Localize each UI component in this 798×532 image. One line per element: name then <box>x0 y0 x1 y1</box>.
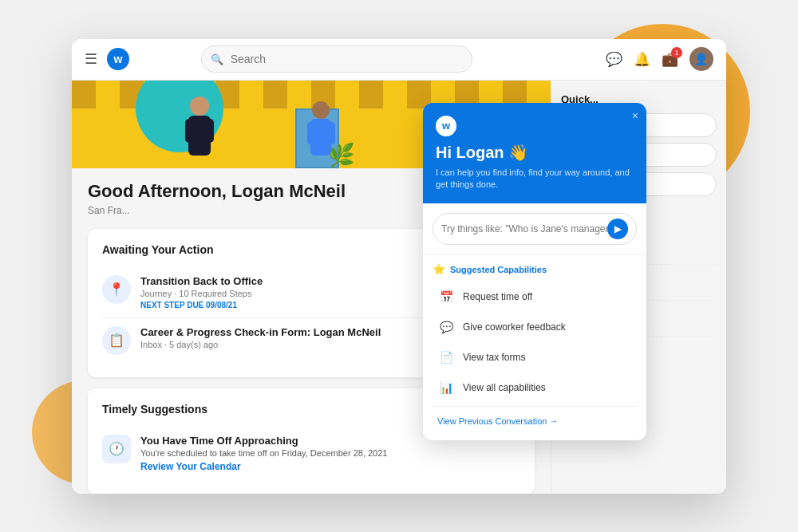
search-icon: 🔍 <box>211 53 223 65</box>
action-item-1-content: Transition Back to Office Journey · 10 R… <box>140 275 263 309</box>
chat-header: × w Hi Logan 👋 I can help you find info,… <box>423 103 646 204</box>
search-bar: 🔍 <box>201 45 472 73</box>
chat-option-request-time-off[interactable]: 📅 Request time off <box>433 282 637 312</box>
suggested-caps-text: Suggested Capabilities <box>450 265 547 274</box>
chat-widget: × w Hi Logan 👋 I can help you find info,… <box>423 103 646 441</box>
svg-rect-2 <box>185 119 193 143</box>
logo-circle: w <box>107 48 129 70</box>
chat-input-wrap: ▶ <box>433 213 637 245</box>
chat-send-button[interactable]: ▶ <box>607 219 628 239</box>
briefcase-icon[interactable]: 💼 1 <box>662 51 678 68</box>
logo-letter: w <box>114 53 123 65</box>
chat-option-label-2: View tax forms <box>463 352 525 363</box>
chat-body: ⭐ Suggested Capabilities 📅 Request time … <box>423 255 646 440</box>
search-input[interactable] <box>201 45 472 73</box>
chat-greeting: Hi Logan 👋 <box>436 143 634 162</box>
message-icon[interactable]: 💬 <box>606 51 622 68</box>
suggestion-sub-1: You're scheduled to take time off on Fri… <box>140 448 387 458</box>
chat-close-button[interactable]: × <box>632 109 638 122</box>
svg-point-4 <box>312 101 330 119</box>
action-sub-1: Journey · 10 Required Steps <box>140 289 263 298</box>
suggestion-item-1-content: You Have Time Off Approaching You're sch… <box>140 435 387 472</box>
suggestion-link-1[interactable]: Review Your Calendar <box>140 461 387 472</box>
workday-logo[interactable]: w <box>107 48 129 70</box>
nav-icons: 💬 🔔 💼 1 👤 <box>606 47 713 71</box>
chat-input[interactable] <box>441 223 607 234</box>
briefcase-badge: 1 <box>671 47 682 58</box>
chat-option-give-feedback[interactable]: 💬 Give coworker feedback <box>433 312 637 342</box>
view-prev-conversation-link[interactable]: View Previous Conversation → <box>433 410 637 432</box>
figure-left <box>176 97 223 168</box>
svg-point-0 <box>190 97 209 116</box>
svg-rect-3 <box>206 119 214 143</box>
action-icon-location: 📍 <box>102 275 131 304</box>
chat-option-all-capabilities[interactable]: 📊 View all capabilities <box>433 372 637 403</box>
chat-option-label-3: View all capabilities <box>463 382 546 393</box>
chat-option-icon-grid: 📊 <box>437 379 455 396</box>
chat-option-icon-feedback: 💬 <box>437 318 455 336</box>
chat-subtitle: I can help you find info, find your way … <box>436 167 634 191</box>
svg-rect-6 <box>307 122 314 144</box>
avatar[interactable]: 👤 <box>689 47 713 71</box>
chat-option-icon-calendar: 📅 <box>437 288 455 305</box>
action-sub-2: Inbox · 5 day(s) ago <box>140 340 381 349</box>
figure-right <box>299 100 343 168</box>
suggestion-title-1: You Have Time Off Approaching <box>140 435 387 447</box>
chat-option-label-1: Give coworker feedback <box>463 321 566 333</box>
action-item-2-content: Career & Progress Check-in Form: Logan M… <box>140 326 381 349</box>
chat-input-area: ▶ <box>423 203 646 255</box>
star-icon: ⭐ <box>433 263 445 275</box>
action-title-1: Transition Back to Office <box>140 275 263 287</box>
svg-rect-7 <box>328 122 335 144</box>
action-icon-form: 📋 <box>102 326 131 355</box>
action-due-1: NEXT STEP DUE 09/08/21 <box>140 301 263 309</box>
chat-option-label-0: Request time off <box>463 291 532 302</box>
chat-logo-letter: w <box>442 120 450 132</box>
chat-option-icon-doc: 📄 <box>437 349 455 366</box>
action-title-2: Career & Progress Check-in Form: Logan M… <box>140 326 381 338</box>
browser-window: ☰ w 🔍 💬 🔔 💼 1 👤 <box>72 39 726 494</box>
suggestion-icon-clock: 🕐 <box>102 435 131 463</box>
chat-divider <box>433 406 637 407</box>
topnav: ☰ w 🔍 💬 🔔 💼 1 👤 <box>72 39 726 81</box>
bell-icon[interactable]: 🔔 <box>634 51 650 68</box>
suggested-capabilities-label: ⭐ Suggested Capabilities <box>433 263 637 275</box>
chat-logo: w <box>436 116 456 136</box>
menu-icon[interactable]: ☰ <box>85 50 97 68</box>
chat-option-tax-forms[interactable]: 📄 View tax forms <box>433 342 637 372</box>
